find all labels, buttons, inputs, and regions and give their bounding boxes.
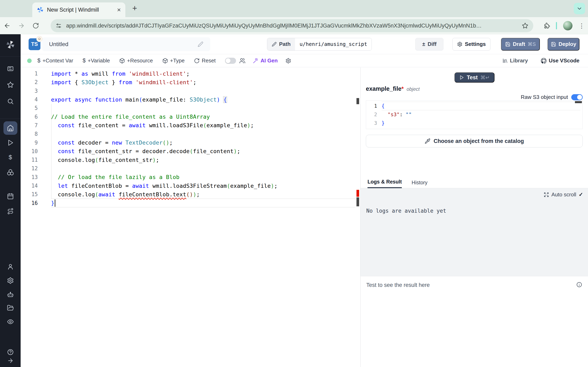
windmill-app: $ [0, 34, 588, 367]
library-button[interactable]: Library [502, 58, 528, 64]
test-button[interactable]: Test ⌘↵ [454, 72, 494, 83]
windmill-logo[interactable] [0, 40, 21, 49]
code-line[interactable]: 15 console.log(await fileContentBlob.tex… [21, 190, 360, 199]
tab-history[interactable]: History [412, 180, 428, 188]
code-line[interactable]: 7 const file_content = await wmill.loadS… [21, 121, 360, 130]
add-variable-button[interactable]: $ +Variable [83, 58, 110, 64]
path-button[interactable]: Path u/henri/amusing_script [267, 38, 372, 50]
use-vscode-button[interactable]: Use VScode [541, 58, 579, 64]
raw-s3-toggle[interactable] [571, 94, 583, 100]
info-icon[interactable] [576, 282, 582, 288]
code-line[interactable]: 6// Load the entire file_content as a Ui… [21, 112, 360, 121]
json-input-editor[interactable]: 1{2 "s3": ""3} [366, 100, 583, 129]
close-tab-icon[interactable]: × [117, 7, 121, 13]
code-line[interactable]: 11 console.log(file_content_str); [21, 156, 360, 164]
code-line[interactable]: 1{ [366, 102, 582, 110]
overview-ruler-mark [356, 98, 359, 104]
code-line[interactable]: 3 [21, 87, 360, 95]
tab-search-button[interactable] [574, 3, 585, 14]
line-number: 1 [366, 103, 377, 109]
sidebar-item-workspace[interactable] [0, 65, 21, 72]
sidebar-item-help[interactable] [0, 349, 21, 356]
diff-button[interactable]: ± Diff [415, 38, 443, 50]
sidebar-item-home[interactable] [3, 121, 17, 135]
line-number: 4 [21, 96, 38, 103]
save-icon [551, 42, 556, 47]
auto-scroll-control[interactable]: Auto scroll ✓ [544, 192, 583, 198]
sidebar-item-resources[interactable] [0, 169, 21, 176]
browser-tab[interactable]: New Script | Windmill × [32, 2, 125, 17]
json-lines: 1{2 "s3": ""3} [366, 102, 582, 127]
code-line[interactable]: 2 "s3": "" [366, 110, 582, 119]
sidebar-item-settings[interactable] [0, 277, 21, 284]
line-number: 2 [366, 112, 377, 117]
code-line[interactable]: 3} [366, 119, 582, 127]
sidebar-item-favorites[interactable] [0, 81, 21, 88]
add-resource-button[interactable]: +Resource [119, 58, 153, 64]
code-line[interactable]: 2import { S3Object } from 'windmill-clie… [21, 78, 360, 86]
add-context-var-button[interactable]: $ +Context Var [37, 58, 73, 64]
line-content: const file_content = await wmill.loadS3F… [51, 121, 355, 130]
choose-object-button[interactable]: Choose an object from the catalog [366, 135, 583, 147]
code-line[interactable]: 13 // Or load the file lazily as a Blob [21, 173, 360, 182]
sidebar-item-audit-logs[interactable] [0, 318, 21, 325]
sidebar-item-workers[interactable] [0, 291, 21, 298]
line-content [51, 104, 355, 112]
line-number: 8 [21, 131, 38, 137]
add-type-button[interactable]: +Type [162, 58, 185, 64]
profile-avatar[interactable] [563, 21, 572, 30]
line-number: 2 [21, 79, 38, 85]
editor-settings-button[interactable] [285, 58, 291, 64]
back-button[interactable] [0, 22, 14, 29]
sidebar-item-variables[interactable]: $ [0, 154, 21, 161]
url-bar[interactable]: app.windmill.dev/scripts/add#JTdCJTIyaGF… [51, 19, 533, 32]
draft-shortcut: ⌘S [527, 42, 536, 47]
expand-icon[interactable] [544, 192, 549, 197]
new-tab-icon[interactable]: + [132, 4, 137, 13]
ai-gen-button[interactable]: AI Gen [253, 58, 278, 64]
tab-logs-result[interactable]: Logs & Result [367, 179, 402, 188]
line-content [51, 87, 355, 95]
reset-icon [194, 58, 200, 64]
reset-button[interactable]: Reset [194, 58, 216, 64]
code-line[interactable]: 1import * as wmill from 'windmill-client… [21, 69, 360, 78]
sidebar-item-schedules[interactable] [0, 193, 21, 200]
chevron-down-icon [576, 6, 582, 12]
code-line[interactable]: 10 const file_content_str = decoder.deco… [21, 147, 360, 156]
sidebar-expand-button[interactable] [0, 358, 21, 364]
url-text[interactable]: app.windmill.dev/scripts/add#JTdCJTIyaGF… [66, 23, 517, 29]
reset-label: Reset [202, 58, 216, 64]
dollar-icon: $ [83, 58, 86, 64]
browser-menu-icon[interactable]: ⋮ [579, 22, 585, 29]
plus-minus-icon: ± [422, 41, 425, 47]
sidebar-item-folders[interactable] [0, 304, 21, 311]
extensions-puzzle-icon[interactable] [543, 22, 550, 29]
code-line[interactable]: 16} [21, 199, 360, 207]
line-content: const decoder = new TextDecoder(); [51, 138, 355, 147]
browser-actions: ⋮ [543, 17, 585, 34]
reload-button[interactable] [29, 22, 43, 29]
pencil-icon[interactable] [198, 42, 203, 47]
settings-button[interactable]: Settings [452, 38, 490, 50]
multiplayer-button[interactable] [239, 58, 245, 64]
language-label: TS [31, 41, 38, 47]
forward-button[interactable] [14, 22, 29, 29]
code-line[interactable]: 9 const decoder = new TextDecoder(); [21, 138, 360, 147]
sidebar-item-search[interactable] [0, 98, 21, 105]
code-editor[interactable]: 1import * as wmill from 'windmill-client… [21, 67, 360, 367]
code-line[interactable]: 8 [21, 130, 360, 138]
sidebar-item-flows[interactable] [0, 208, 21, 215]
code-line[interactable]: 4export async function main(example_file… [21, 95, 360, 104]
line-content: let fileContentBlob = await wmill.loadS3… [51, 182, 355, 190]
sidebar-item-account[interactable] [0, 263, 21, 270]
script-title-input[interactable]: Untitled [42, 37, 210, 51]
script-title: Untitled [49, 41, 198, 48]
draft-button[interactable]: Draft ⌘S [501, 38, 540, 50]
sidebar-item-runs[interactable] [0, 139, 21, 146]
bookmark-star-icon[interactable] [522, 22, 528, 29]
deploy-button[interactable]: Deploy [548, 38, 579, 50]
code-line[interactable]: 12 [21, 164, 360, 173]
assistant-toggle[interactable] [225, 58, 236, 64]
code-line[interactable]: 14 let fileContentBlob = await wmill.loa… [21, 182, 360, 190]
code-line[interactable]: 5 [21, 104, 360, 112]
